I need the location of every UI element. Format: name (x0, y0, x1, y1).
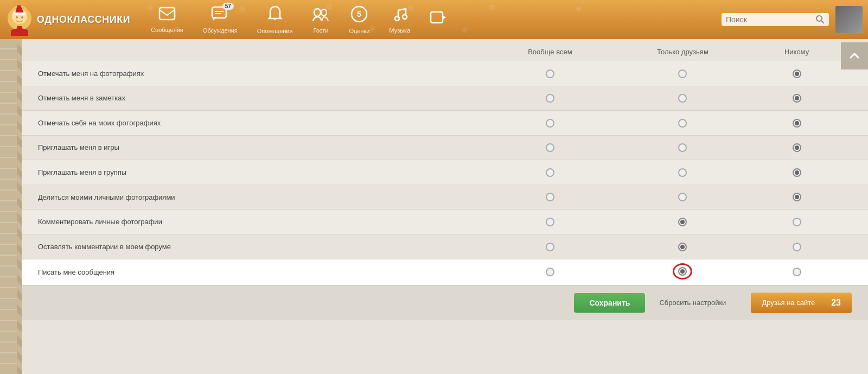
radio-everyone-share-photos[interactable] (487, 185, 613, 210)
row-label-tag-photos: Отмечать меня на фотографиях (22, 61, 487, 86)
row-invite-games: Приглашать меня в игры (22, 135, 868, 160)
radio-everyone-send-messages[interactable] (487, 259, 613, 285)
radio-nobody-tag-photos[interactable] (752, 61, 841, 86)
save-button[interactable]: Сохранить (574, 293, 645, 313)
svg-point-16 (403, 15, 407, 19)
messages-label: Сообщения (151, 27, 183, 33)
radio-nobody-tag-notes[interactable] (752, 86, 841, 111)
radio-friends-tag-photos[interactable] (613, 61, 752, 86)
row-label-tag-notes: Отмечать меня в заметках (22, 86, 487, 111)
settings-panel: Вообще всем Только друзьям Никому Отмеча… (22, 39, 868, 374)
notifications-label: Оповещения (257, 28, 293, 34)
radio-nobody-comment-forum[interactable] (752, 234, 841, 259)
radio-friends-invite-groups[interactable] (613, 160, 752, 185)
radio-friends-tag-notes[interactable] (613, 86, 752, 111)
video-icon (430, 10, 447, 29)
search-box[interactable] (722, 13, 829, 26)
main-content: Вообще всем Только друзьям Никому Отмеча… (0, 39, 868, 374)
radio-nobody-invite-groups[interactable] (752, 160, 841, 185)
music-label: Музыка (389, 27, 410, 34)
radio-everyone-invite-groups[interactable] (487, 160, 613, 185)
permissions-table: Вообще всем Только друзьям Никому Отмеча… (22, 39, 868, 286)
row-share-photos: Делиться моими личными фотографиями (22, 185, 868, 210)
logo-santa-icon (5, 3, 34, 36)
svg-rect-6 (17, 26, 22, 33)
radio-nobody-invite-games[interactable] (752, 135, 841, 160)
svg-rect-17 (431, 12, 443, 23)
site-logo[interactable]: ОДНОКЛАССНИКИ (5, 3, 130, 36)
row-invite-groups: Приглашать меня в группы (22, 160, 868, 185)
nav-items-container: Сообщения 57 Обсуждения (141, 1, 722, 39)
friends-site-label: Друзья на сайте (762, 299, 815, 307)
col-header-everyone: Вообще всем (487, 39, 613, 61)
row-send-messages: Писать мне сообщения (22, 259, 868, 285)
bottom-bar: Сохранить Сбросить настройки Друзья на с… (22, 286, 868, 320)
messages-icon (158, 7, 176, 26)
radio-friends-comment-photos[interactable] (613, 210, 752, 234)
radio-everyone-tag-photos[interactable] (487, 61, 613, 86)
svg-point-5 (21, 16, 23, 18)
svg-point-11 (314, 9, 321, 16)
nav-item-grades[interactable]: 5 Оценки (339, 1, 379, 39)
notifications-icon (267, 5, 283, 27)
nav-item-music[interactable]: Музыка (379, 2, 420, 38)
radio-nobody-share-photos[interactable] (752, 185, 841, 210)
radio-everyone-tag-notes[interactable] (487, 86, 613, 111)
radio-friends-comment-forum[interactable] (613, 234, 752, 259)
row-label-invite-games: Приглашать меня в игры (22, 135, 487, 160)
guests-label: Гости (313, 27, 328, 34)
top-navigation: ❄ ❄ ❄ ❄ ❄ ❄ ❄ ❄ ❄ ❄ ОДНОКЛАССНИКИ (0, 0, 868, 39)
radio-everyone-comment-photos[interactable] (487, 210, 613, 234)
col-header-friends: Только друзьям (613, 39, 752, 61)
row-tag-notes: Отмечать меня в заметках (22, 86, 868, 111)
chevron-up-icon (849, 52, 860, 60)
row-label-comment-forum: Оставлять комментарии в моем форуме (22, 234, 487, 259)
discussions-label: Обсуждения (203, 27, 238, 34)
nav-item-discussions[interactable]: 57 Обсуждения (193, 2, 247, 38)
scroll-up-button[interactable] (841, 42, 868, 69)
site-name: ОДНОКЛАССНИКИ (37, 14, 130, 26)
radio-everyone-comment-forum[interactable] (487, 234, 613, 259)
radio-everyone-tag-my-photos[interactable] (487, 111, 613, 136)
user-avatar[interactable] (835, 6, 863, 33)
svg-line-20 (821, 21, 824, 23)
radio-nobody-comment-photos[interactable] (752, 210, 841, 234)
svg-rect-3 (14, 12, 25, 15)
radio-nobody-tag-my-photos[interactable] (752, 111, 841, 136)
radio-friends-share-photos[interactable] (613, 185, 752, 210)
row-tag-my-photos: Отмечать себя на моих фотографиях (22, 111, 868, 136)
col-header-nobody: Никому (752, 39, 841, 61)
music-icon (392, 6, 408, 26)
nav-item-guests[interactable]: Гости (302, 2, 339, 38)
search-input[interactable] (726, 15, 813, 24)
nav-item-video[interactable] (420, 5, 457, 34)
radio-everyone-invite-games[interactable] (487, 135, 613, 160)
svg-point-4 (16, 16, 18, 18)
grades-label: Оценки (349, 28, 369, 34)
radio-friends-tag-my-photos[interactable] (613, 111, 752, 136)
row-tag-photos: Отмечать меня на фотографиях (22, 61, 868, 86)
grades-icon: 5 (350, 5, 368, 27)
radio-friends-invite-games[interactable] (613, 135, 752, 160)
row-label-comment-photos: Комментировать личные фотографии (22, 210, 487, 234)
svg-point-12 (321, 9, 327, 16)
search-icon (816, 15, 825, 24)
radio-nobody-send-messages[interactable] (752, 259, 841, 285)
discussions-badge: 57 (222, 3, 234, 10)
row-comment-forum: Оставлять комментарии в моем форуме (22, 234, 868, 259)
row-comment-photos: Комментировать личные фотографии (22, 210, 868, 234)
nav-item-notifications[interactable]: Оповещения (247, 1, 303, 39)
row-label-invite-groups: Приглашать меня в группы (22, 160, 487, 185)
nav-item-messages[interactable]: Сообщения (141, 2, 193, 37)
circled-radio-container[interactable] (678, 267, 687, 276)
friends-site-badge[interactable]: Друзья на сайте 23 (751, 293, 852, 313)
reset-button[interactable]: Сбросить настройки (654, 293, 731, 312)
svg-marker-18 (443, 15, 446, 20)
row-label-tag-my-photos: Отмечать себя на моих фотографиях (22, 111, 487, 136)
left-decorative-border (0, 39, 22, 374)
svg-rect-7 (159, 8, 175, 20)
radio-friends-send-messages[interactable] (613, 259, 752, 285)
friends-count: 23 (831, 298, 841, 308)
svg-point-19 (816, 16, 822, 21)
row-label-share-photos: Делиться моими личными фотографиями (22, 185, 487, 210)
